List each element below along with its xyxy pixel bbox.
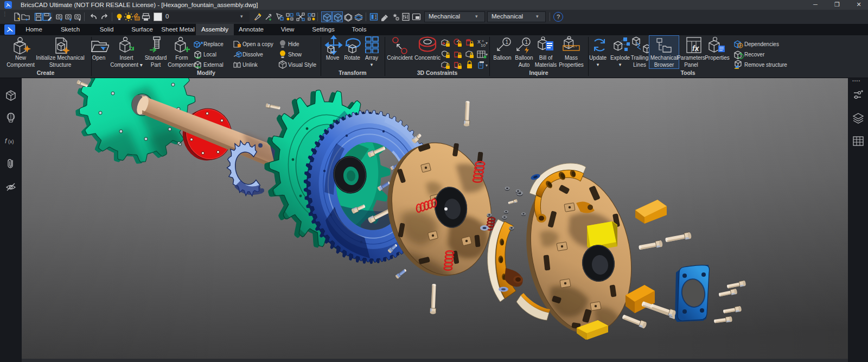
svg-text:(x): (x) — [8, 139, 14, 144]
svg-text:fx: fx — [692, 44, 700, 53]
svg-text:1: 1 — [525, 39, 528, 45]
svg-text:f: f — [5, 137, 8, 145]
svg-text:=: = — [482, 39, 484, 43]
svg-text:1: 1 — [506, 39, 509, 45]
